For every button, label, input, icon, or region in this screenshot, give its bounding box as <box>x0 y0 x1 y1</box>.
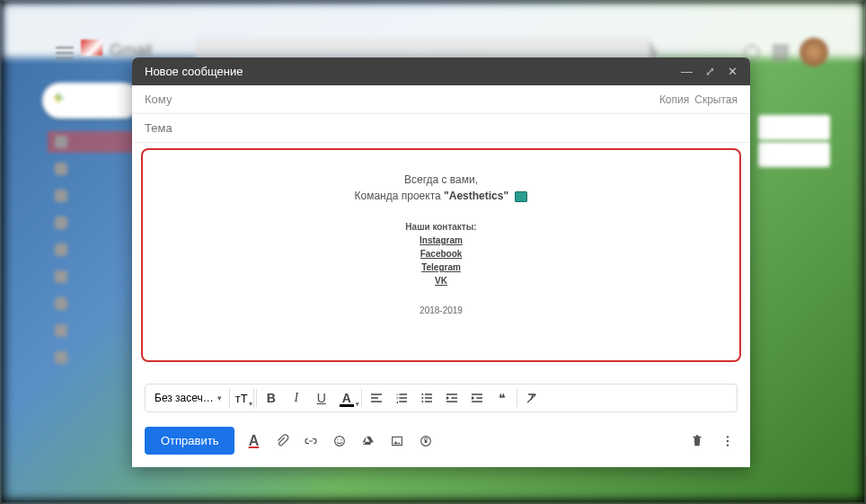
insert-drive-button[interactable] <box>358 431 378 451</box>
signature-link-instagram[interactable]: Instagram <box>420 235 463 245</box>
signature-years: 2018-2019 <box>154 305 729 315</box>
font-size-select[interactable]: тТ <box>230 388 254 409</box>
send-row: Отправить A <box>132 421 750 467</box>
subject-row[interactable] <box>132 114 750 143</box>
underline-button[interactable]: U <box>309 386 334 410</box>
bcc-link[interactable]: Скрытая <box>694 93 738 106</box>
insert-emoji-button[interactable] <box>330 431 349 451</box>
signature-greeting: Всегда с вами, <box>154 173 729 186</box>
to-label: Кому <box>145 93 172 106</box>
expand-icon[interactable]: ⤢ <box>705 65 715 78</box>
cc-link[interactable]: Копия <box>659 93 689 106</box>
dialog-title: Новое сообщение <box>145 65 243 78</box>
svg-rect-8 <box>425 439 428 442</box>
indent-less-button[interactable] <box>439 386 464 410</box>
insert-photo-button[interactable] <box>387 431 407 451</box>
minimize-icon[interactable]: — <box>681 65 693 78</box>
background-card <box>758 142 830 167</box>
compose-dialog: Новое сообщение — ⤢ ✕ Кому Копия Скрытая… <box>132 57 750 467</box>
contacts-heading: Наши контакты: <box>154 222 729 232</box>
text-color-button[interactable]: A▾ <box>334 386 359 410</box>
font-family-select[interactable]: Без засеч… <box>147 388 230 408</box>
to-row[interactable]: Кому Копия Скрытая <box>132 85 750 114</box>
signature-team: Команда проекта "Aesthetics" <box>154 190 729 202</box>
svg-point-11 <box>727 444 729 446</box>
close-icon[interactable]: ✕ <box>728 65 738 78</box>
bold-button[interactable]: В <box>259 386 284 410</box>
italic-button[interactable]: I <box>284 386 309 410</box>
svg-point-2 <box>421 401 423 402</box>
gmail-logo <box>81 40 102 56</box>
numbered-list-button[interactable] <box>389 386 414 410</box>
send-button[interactable]: Отправить <box>145 427 234 455</box>
to-input[interactable] <box>172 93 653 106</box>
apps-icon[interactable] <box>773 45 789 61</box>
attach-file-button[interactable] <box>272 431 292 451</box>
svg-point-1 <box>421 397 423 399</box>
quote-button[interactable]: ❝ <box>490 386 515 410</box>
insert-link-button[interactable] <box>301 431 321 451</box>
svg-point-3 <box>335 436 345 446</box>
indent-more-button[interactable] <box>464 386 490 410</box>
remove-formatting-button[interactable] <box>519 386 544 410</box>
svg-point-4 <box>338 439 339 440</box>
menu-icon[interactable] <box>56 47 74 59</box>
svg-point-9 <box>727 436 729 438</box>
svg-point-0 <box>421 393 423 395</box>
background-card <box>758 115 830 140</box>
more-options-button[interactable] <box>718 431 738 451</box>
svg-point-5 <box>341 439 342 440</box>
svg-point-10 <box>727 439 729 441</box>
signature-link-vk[interactable]: VK <box>435 276 447 286</box>
formatting-toolbar: Без засеч… тТ В I U A▾ ❝ <box>132 371 750 421</box>
bulleted-list-button[interactable] <box>414 386 439 410</box>
team-badge-icon <box>515 191 527 202</box>
subject-input[interactable] <box>145 121 738 135</box>
compose-button[interactable] <box>42 83 141 119</box>
confidential-mode-button[interactable] <box>416 431 436 451</box>
message-body[interactable]: Всегда с вами, Команда проекта "Aestheti… <box>141 148 741 362</box>
formatting-toggle-button[interactable]: A <box>243 431 263 451</box>
avatar[interactable] <box>800 38 828 66</box>
discard-draft-button[interactable] <box>687 431 707 451</box>
align-button[interactable] <box>364 386 389 410</box>
signature-link-telegram[interactable]: Telegram <box>421 262 461 272</box>
signature-link-facebook[interactable]: Facebook <box>420 249 463 259</box>
dialog-header[interactable]: Новое сообщение — ⤢ ✕ <box>132 57 750 85</box>
